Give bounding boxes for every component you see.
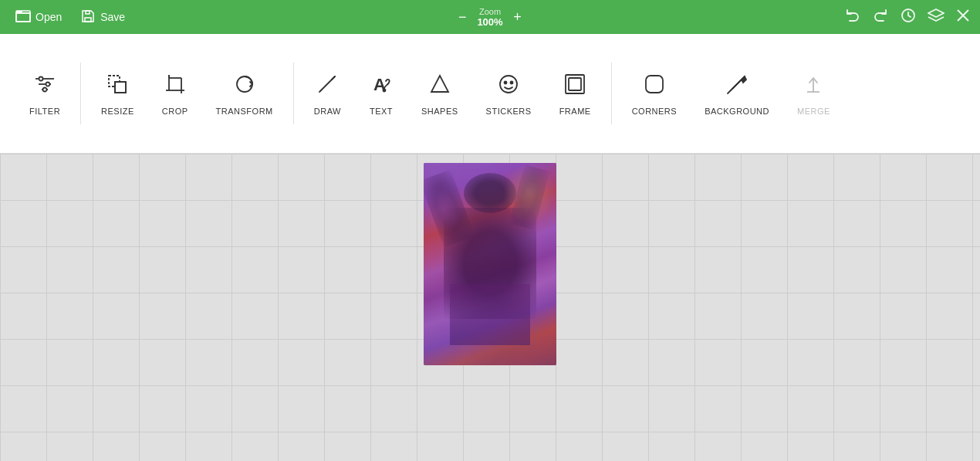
text-icon: A	[369, 72, 394, 100]
tool-resize[interactable]: RESIZE	[87, 64, 148, 124]
shapes-label: SHAPES	[421, 107, 458, 116]
zoom-control: − Zoom 100% +	[454, 7, 525, 28]
svg-point-25	[383, 89, 385, 91]
undo-button[interactable]	[844, 7, 861, 28]
resize-icon	[105, 72, 130, 100]
redo-button[interactable]	[872, 7, 889, 28]
filter-label: FILTER	[29, 107, 60, 116]
resize-label: RESIZE	[101, 107, 134, 116]
svg-point-11	[39, 76, 43, 80]
svg-rect-1	[16, 11, 30, 22]
tool-stickers[interactable]: STICKERS	[472, 64, 546, 124]
svg-rect-3	[86, 11, 90, 14]
svg-rect-32	[646, 76, 663, 93]
transform-icon	[232, 72, 257, 100]
toolbar: FILTER RESIZE CROP	[0, 34, 980, 154]
divider-2	[293, 63, 294, 124]
merge-icon	[801, 72, 826, 100]
open-button[interactable]: Open	[9, 5, 68, 29]
stickers-icon	[496, 72, 521, 100]
divider-3	[611, 63, 612, 124]
svg-marker-5	[928, 9, 944, 17]
background-label: BACKGROUND	[705, 107, 769, 116]
tool-text[interactable]: A TEXT	[355, 64, 407, 124]
tool-shapes[interactable]: SHAPES	[407, 64, 472, 124]
crop-icon	[163, 72, 188, 100]
draw-label: DRAW	[314, 107, 341, 116]
tool-corners[interactable]: CORNERS	[618, 64, 691, 124]
history-button[interactable]	[900, 7, 917, 28]
close-button[interactable]	[955, 8, 971, 27]
tool-filter[interactable]: FILTER	[15, 64, 74, 124]
zoom-value: 100%	[477, 16, 502, 28]
svg-rect-15	[115, 82, 126, 93]
transform-label: TRANSFORM	[216, 107, 273, 116]
layers-button[interactable]	[928, 7, 945, 28]
svg-rect-2	[85, 18, 91, 22]
svg-point-12	[46, 82, 50, 86]
filter-icon	[32, 72, 57, 100]
svg-marker-26	[431, 76, 448, 92]
corners-label: CORNERS	[632, 107, 678, 116]
tool-draw[interactable]: DRAW	[300, 64, 355, 124]
corners-icon	[642, 72, 667, 100]
save-icon	[80, 8, 96, 26]
frame-label: FRAME	[559, 107, 591, 116]
svg-point-29	[511, 81, 513, 83]
tool-background[interactable]: BACKGROUND	[691, 64, 783, 124]
svg-marker-33	[742, 76, 746, 83]
save-button[interactable]: Save	[74, 5, 131, 29]
canvas-image[interactable]	[424, 163, 556, 365]
svg-point-28	[505, 81, 507, 83]
stickers-label: STICKERS	[486, 107, 532, 116]
text-label: TEXT	[370, 107, 393, 116]
zoom-title: Zoom	[477, 7, 502, 16]
open-label: Open	[35, 11, 62, 23]
divider-1	[80, 63, 81, 124]
save-label: Save	[100, 11, 125, 23]
topbar: Open Save − Zoom 100% +	[0, 0, 980, 34]
svg-point-27	[500, 76, 517, 93]
svg-rect-31	[569, 78, 581, 90]
zoom-in-button[interactable]: +	[509, 8, 526, 25]
draw-icon	[315, 72, 340, 100]
svg-point-13	[43, 87, 47, 91]
frame-icon	[563, 72, 587, 100]
canvas-area[interactable]	[0, 154, 980, 461]
open-icon	[15, 8, 31, 26]
tool-merge: MERGE	[783, 64, 844, 124]
canvas-grid	[0, 154, 980, 461]
zoom-out-button[interactable]: −	[454, 8, 471, 25]
merge-label: MERGE	[797, 107, 830, 116]
background-icon	[725, 72, 749, 100]
tool-crop[interactable]: CROP	[148, 64, 202, 124]
tool-frame[interactable]: FRAME	[546, 64, 605, 124]
crop-label: CROP	[162, 107, 188, 116]
shapes-icon	[427, 72, 452, 100]
tool-transform[interactable]: TRANSFORM	[202, 64, 287, 124]
